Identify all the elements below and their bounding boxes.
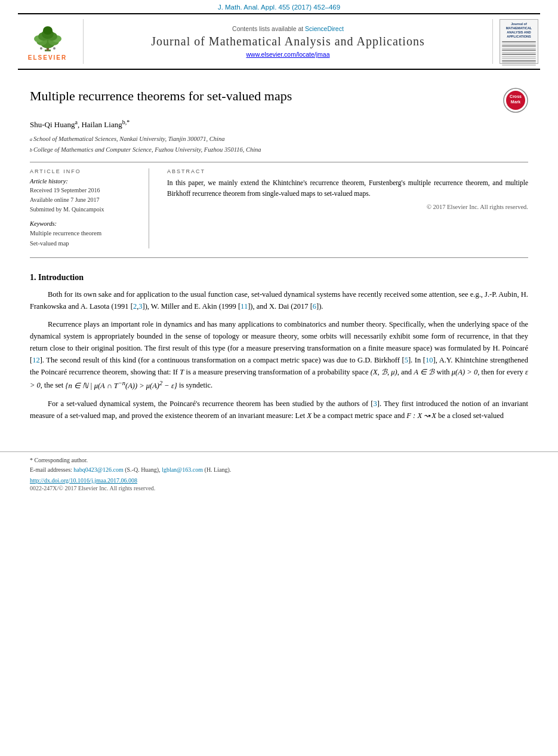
thumb-line-2 xyxy=(502,44,536,45)
footer-section: * Corresponding author. E-mail addresses… xyxy=(0,451,558,497)
thumb-line-12 xyxy=(502,64,536,66)
affiliation-b-line: b College of Mathematics and Computer Sc… xyxy=(30,145,528,155)
thumb-line-1 xyxy=(502,41,536,42)
footer-star-note: * Corresponding author. E-mail addresses… xyxy=(30,456,528,475)
submitted-by: Submitted by M. Quincampoix xyxy=(30,205,140,214)
thumb-line-8 xyxy=(502,56,536,57)
citation-bar: J. Math. Anal. Appl. 455 (2017) 452–469 xyxy=(0,0,558,13)
contents-available: Contents lists available at ScienceDirec… xyxy=(232,25,344,32)
divider-1 xyxy=(30,162,528,162)
email-2[interactable]: lgblan@163.com xyxy=(162,466,203,473)
aff-b-sup: b xyxy=(30,147,32,154)
ref-11[interactable]: 11 xyxy=(241,302,248,311)
ref-3[interactable]: 3 xyxy=(138,302,142,311)
journal-header: ELSEVIER Contents lists available at Sci… xyxy=(18,13,540,70)
article-info-abstract: ARTICLE INFO Article history: Received 1… xyxy=(30,168,528,249)
ref-12[interactable]: 12 xyxy=(32,356,40,364)
footer-copyright: 0022-247X/© 2017 Elsevier Inc. All right… xyxy=(30,485,528,491)
elsevier-logo: ELSEVIER xyxy=(27,22,69,61)
svg-point-11 xyxy=(40,47,42,50)
affiliation-a-line: a School of Mathematical Sciences, Nanka… xyxy=(30,134,528,144)
intro-para-2: Recurrence plays an important role in dy… xyxy=(30,318,528,391)
thumb-line-6 xyxy=(502,52,536,53)
journal-header-center: Contents lists available at ScienceDirec… xyxy=(84,19,492,64)
authors-line: Shu-Qi Huanga, Hailan Liangb,* xyxy=(30,119,528,130)
abstract-text: In this paper, we mainly extend the Khin… xyxy=(167,178,528,199)
journal-title: Journal of Mathematical Analysis and App… xyxy=(151,35,424,48)
email-1-name: (S.-Q. Huang), xyxy=(124,466,162,473)
thumb-title-text: Journal of MATHEMATICAL ANALYSIS AND APP… xyxy=(506,22,532,39)
history-title: Article history: xyxy=(30,178,140,185)
page: J. Math. Anal. Appl. 455 (2017) 452–469 xyxy=(0,0,558,756)
copyright-line: © 2017 Elsevier Inc. All rights reserved… xyxy=(167,204,528,210)
science-direct-link[interactable]: ScienceDirect xyxy=(305,25,344,32)
elsevier-wordmark: ELSEVIER xyxy=(28,54,67,61)
math-space: (X, ℬ, μ) xyxy=(371,368,397,376)
journal-thumbnail-section: Journal of MATHEMATICAL ANALYSIS AND APP… xyxy=(492,19,540,64)
svg-text:Cross: Cross xyxy=(510,94,522,99)
email-label: E-mail addresses: xyxy=(30,466,73,473)
article-info-column: ARTICLE INFO Article history: Received 1… xyxy=(30,168,149,249)
article-history: Article history: Received 19 September 2… xyxy=(30,178,140,214)
main-content: Multiple recurrence theorems for set-val… xyxy=(0,70,558,440)
thumb-line-7 xyxy=(502,54,536,55)
article-info-label: ARTICLE INFO xyxy=(30,168,140,174)
citation-text: J. Math. Anal. Appl. 455 (2017) 452–469 xyxy=(218,4,340,11)
abstract-label: ABSTRACT xyxy=(167,168,528,174)
received-date: Received 19 September 2016 xyxy=(30,186,140,195)
math-mu-cond: μ(A) > 0 xyxy=(452,368,477,376)
author1-sup: a xyxy=(75,119,77,125)
email-2-name: (H. Liang). xyxy=(203,466,231,473)
available-date: Available online 7 June 2017 xyxy=(30,195,140,205)
keyword-2: Set-valued map xyxy=(30,239,140,249)
svg-text:Mark: Mark xyxy=(511,100,520,104)
math-A: A ∈ ℬ xyxy=(414,368,434,376)
section-1-heading: 1. Introduction xyxy=(30,273,528,282)
elsevier-tree-icon xyxy=(27,22,69,53)
doi-line: http://dx.doi.org/10.1016/j.jmaa.2017.06… xyxy=(30,477,528,484)
crossmark-badge[interactable]: Cross Mark xyxy=(503,88,528,113)
intro-para-3: For a set-valued dynamical system, the P… xyxy=(30,398,528,422)
svg-point-10 xyxy=(43,26,53,35)
ref-10[interactable]: 10 xyxy=(426,356,433,364)
author1-name: Shu-Qi Huang xyxy=(30,120,75,129)
math-F: F : X ↝ X xyxy=(406,411,436,420)
author2-name: Hailan Liang xyxy=(81,120,122,129)
thumb-line-5 xyxy=(502,50,536,51)
svg-point-12 xyxy=(53,47,56,50)
journal-url-link[interactable]: www.elsevier.com/locate/jmaa xyxy=(246,51,329,58)
intro-para-1: Both for its own sake and for applicatio… xyxy=(30,288,528,312)
paper-title: Multiple recurrence theorems for set-val… xyxy=(30,88,494,105)
email-1[interactable]: habq0423@126.com xyxy=(73,466,123,473)
doi-link[interactable]: http://dx.doi.org/10.1016/j.jmaa.2017.06… xyxy=(30,477,137,484)
journal-url: www.elsevier.com/locate/jmaa xyxy=(246,51,329,58)
thumb-line-4 xyxy=(502,48,536,49)
corresponding-author-note: * Corresponding author. xyxy=(30,456,528,465)
thumb-lines xyxy=(502,41,536,67)
math-set: {n ∈ ℕ | μ(A ∩ T−n(A)) > μ(A)2 − ε} xyxy=(65,382,177,390)
affiliation-b-text: College of Mathematics and Computer Scie… xyxy=(33,145,261,155)
keyword-1: Multiple recurrence theorem xyxy=(30,229,140,239)
aff-a-sup: a xyxy=(30,136,32,143)
math-X2: X xyxy=(307,411,312,420)
thumb-line-11 xyxy=(502,62,536,63)
author2-sup: b,* xyxy=(122,119,130,125)
math-T: T xyxy=(180,368,184,376)
elsevier-logo-section: ELSEVIER xyxy=(18,19,84,64)
thumb-line-10 xyxy=(502,60,536,62)
email-addresses: E-mail addresses: habq0423@126.com (S.-Q… xyxy=(30,465,528,475)
affiliations: a School of Mathematical Sciences, Nanka… xyxy=(30,134,528,155)
thumb-line-9 xyxy=(502,58,536,59)
ref-3b[interactable]: 3 xyxy=(374,399,377,408)
ref-5[interactable]: 5 xyxy=(405,356,408,364)
thumb-line-3 xyxy=(502,45,536,47)
paper-title-section: Multiple recurrence theorems for set-val… xyxy=(30,88,528,113)
abstract-column: ABSTRACT In this paper, we mainly extend… xyxy=(167,168,528,249)
divider-2 xyxy=(30,257,528,258)
ref-2[interactable]: 2 xyxy=(133,302,137,311)
journal-thumbnail: Journal of MATHEMATICAL ANALYSIS AND APP… xyxy=(500,19,538,64)
ref-6[interactable]: 6 xyxy=(313,302,316,311)
affiliation-a-text: School of Mathematical Sciences, Nankai … xyxy=(33,134,225,144)
keywords-section: Keywords: Multiple recurrence theorem Se… xyxy=(30,220,140,249)
keywords-title: Keywords: xyxy=(30,220,140,227)
